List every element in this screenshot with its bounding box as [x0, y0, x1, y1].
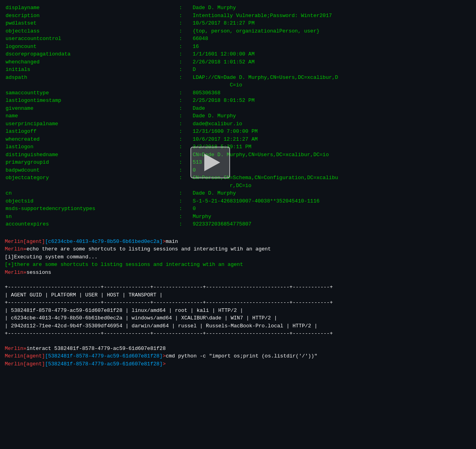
- sessions-section: Merlin[agent][c6234cbe-4013-4c79-8b50-6b…: [5, 238, 471, 368]
- attr-sep: :: [178, 66, 192, 74]
- merlin-label-3: Merlin: [5, 269, 23, 277]
- attr-row: whenchanged : 2/26/2018 1:01:52 AM: [5, 58, 471, 66]
- prompt-sessions: Merlin» sessions: [5, 269, 471, 277]
- attr-val: 16: [192, 43, 471, 51]
- attr-val: Intentionally Vulnerable;Password: Winte…: [192, 12, 471, 20]
- attr-sep: :: [178, 27, 192, 35]
- attr-row: lastlogon : 3/2/2018 5:39:11 PM: [5, 143, 471, 151]
- attr-val: 9223372036854775807: [192, 220, 471, 228]
- attr-key: objectcategory: [5, 174, 178, 189]
- attr-val: 0: [192, 166, 471, 174]
- attr-key: badpwdcount: [5, 166, 178, 174]
- attr-key: objectclass: [5, 27, 178, 35]
- attr-val: 0: [192, 205, 471, 213]
- attr-sep: :: [178, 35, 192, 43]
- attr-sep: :: [178, 97, 192, 105]
- prompt-main: Merlin[agent][c6234cbe-4013-4c79-8b50-6b…: [5, 238, 471, 246]
- table-border-top: +------------------------------+--------…: [5, 283, 471, 291]
- attr-val: Dade: [192, 105, 471, 113]
- attr-sep: :: [178, 205, 192, 213]
- merlin-label-4: Merlin: [5, 345, 23, 353]
- merlin-arrow-2: »: [23, 245, 27, 253]
- attr-sep: :: [178, 220, 192, 228]
- merlin-label-2: Merlin: [5, 245, 23, 253]
- attr-row: samaccounttype : 805306368: [5, 89, 471, 97]
- attr-sep: :: [178, 197, 192, 205]
- table-border-bottom: +------------------------------+--------…: [5, 330, 471, 338]
- attr-sep: :: [178, 128, 192, 136]
- cmd-python: cmd python -c "import os;print (os.listd…: [166, 352, 317, 360]
- attr-key: logoncount: [5, 43, 178, 51]
- attr-val: 10/6/2017 12:21:27 AM: [192, 136, 471, 143]
- attr-val: LDAP://CN=Dade D. Murphy,CN=Users,DC=xca…: [192, 74, 471, 89]
- attr-row: name : Dade D. Murphy: [5, 112, 471, 120]
- terminal: displayname : Dade D. Murphydescription …: [0, 0, 476, 372]
- cmd-sessions: sessions: [27, 269, 51, 277]
- attr-val: 1/1/1601 12:00:00 AM: [192, 50, 471, 58]
- attr-key: dscorepropagationdata: [5, 50, 178, 58]
- attr-key: primarygroupid: [5, 159, 178, 166]
- video-overlay[interactable]: [190, 147, 230, 178]
- attr-key: objectsid: [5, 197, 178, 205]
- cmd-echo: echo there are some shortcuts to listing…: [27, 245, 271, 253]
- attr-val: CN=Dade D. Murphy,CN=Users,DC=xcalibur,D…: [192, 151, 471, 159]
- merlin-arrow-4: »: [23, 345, 27, 353]
- attr-sep: :: [178, 112, 192, 120]
- table-sep: +------------------------------+--------…: [5, 299, 471, 307]
- table-header-row: | AGENT GUID | PLATFORM | USER | HOST | …: [5, 291, 471, 299]
- attr-row: lastlogoff : 12/31/1600 7:00:00 PM: [5, 128, 471, 136]
- attr-val: 3/2/2018 5:39:11 PM: [192, 143, 471, 151]
- attr-sep: :: [178, 12, 192, 20]
- bracket-agent-2: [agent]: [23, 352, 45, 360]
- attr-row: adspath : LDAP://CN=Dade D. Murphy,CN=Us…: [5, 74, 471, 89]
- agent-id-2: [5382481f-8578-4779-ac59-61d607e81f28]: [45, 352, 162, 360]
- attr-val: 66048: [192, 35, 471, 43]
- prompt-arrow-3: >: [163, 360, 166, 368]
- attr-key: samaccounttype: [5, 89, 178, 97]
- merlin-arrow-3: »: [23, 269, 27, 277]
- attr-key: lastlogoff: [5, 128, 178, 136]
- attr-val: Dade D. Murphy: [192, 189, 471, 197]
- prompt-arrow-2: >: [163, 352, 166, 360]
- sessions-table-container: +------------------------------+--------…: [5, 283, 471, 338]
- success-shortcuts: [+]there are some shortcuts to listing s…: [5, 261, 471, 269]
- attr-sep: :: [178, 120, 192, 128]
- attr-key: givenname: [5, 105, 178, 113]
- attr-row: displayname : Dade D. Murphy: [5, 4, 471, 12]
- attr-row: cn : Dade D. Murphy: [5, 189, 471, 197]
- play-icon: [204, 154, 220, 171]
- attr-val: {top, person, organizationalPerson, user…: [192, 27, 471, 35]
- attr-sep: :: [178, 74, 192, 89]
- attr-val: S-1-5-21-4268310007-40038**352045410-111…: [192, 197, 471, 205]
- attr-row: initials : D: [5, 66, 471, 74]
- attr-val: 513: [192, 159, 471, 166]
- attr-sep: :: [178, 105, 192, 113]
- attr-row: lastlogontimestamp : 2/25/2018 8:01:52 P…: [5, 97, 471, 105]
- table-row-3: | 2942d112-71ee-42cd-9b4f-35309df46954 |…: [5, 322, 471, 330]
- attr-key: lastlogon: [5, 143, 178, 151]
- play-button[interactable]: [190, 147, 230, 178]
- merlin-label: Merlin: [5, 238, 23, 246]
- attr-key: adspath: [5, 74, 178, 89]
- attr-sep: :: [178, 4, 192, 12]
- attr-key: sn: [5, 213, 178, 221]
- attr-row: objectsid : S-1-5-21-4268310007-40038**3…: [5, 197, 471, 205]
- prompt-interact: Merlin» interact 5382481f-8578-4779-ac59…: [5, 345, 471, 353]
- attr-row: dscorepropagationdata : 1/1/1601 12:00:0…: [5, 50, 471, 58]
- bracket-agent-1: [agent]: [23, 238, 45, 246]
- attr-key: userprincipalname: [5, 120, 178, 128]
- attr-val: 805306368: [192, 89, 471, 97]
- bracket-agent-3: [agent]: [23, 360, 45, 368]
- attr-row: objectcategory : CN=Person,CN=Schema,CN=…: [5, 174, 471, 189]
- attr-row: description : Intentionally Vulnerable;P…: [5, 12, 471, 20]
- merlin-label-6: Merlin: [5, 360, 23, 368]
- attr-key: msds-supportedencryptiontypes: [5, 205, 178, 213]
- agent-id-1: [c6234cbe-4013-4c79-8b50-6b61bed0ec2a]: [45, 238, 162, 246]
- attr-row: msds-supportedencryptiontypes : 0: [5, 205, 471, 213]
- attr-sep: :: [178, 50, 192, 58]
- attr-row: distinguishedname : CN=Dade D. Murphy,CN…: [5, 151, 471, 159]
- attr-key: initials: [5, 66, 178, 74]
- attr-key: accountexpires: [5, 220, 178, 228]
- attr-row: logoncount : 16: [5, 43, 471, 51]
- attr-key: distinguishedname: [5, 151, 178, 159]
